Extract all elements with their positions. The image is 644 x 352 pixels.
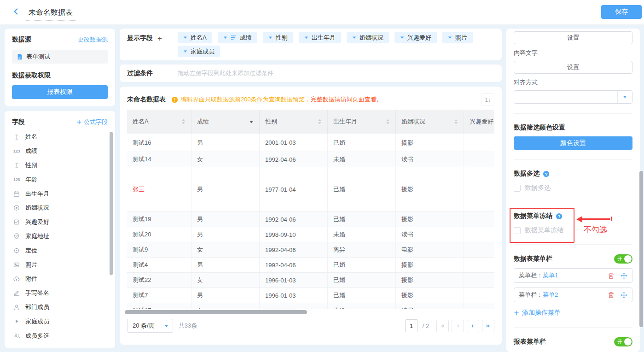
field-item[interactable]: 家庭地址: [12, 229, 108, 244]
menu-item[interactable]: 菜单栏：菜单2: [514, 287, 632, 302]
report-menu-toggle[interactable]: 开: [614, 337, 632, 346]
field-item[interactable]: 出生年月: [12, 187, 108, 201]
move-icon[interactable]: [621, 272, 627, 279]
cloud-icon: [12, 276, 21, 282]
settings-button-2[interactable]: 设置: [514, 61, 632, 74]
sort-desc-icon[interactable]: [249, 120, 254, 124]
add-formula-field-link[interactable]: 公式字段: [76, 118, 108, 126]
save-button[interactable]: 保存: [601, 5, 642, 19]
prev-page-button[interactable]: [452, 320, 464, 332]
table-menu-toggle[interactable]: 开: [614, 254, 632, 264]
menu-item[interactable]: 菜单栏：菜单1: [514, 268, 632, 283]
table-row[interactable]: 测试1989男1992-04-06已婚摄影: [127, 212, 494, 227]
target-icon: [12, 247, 21, 254]
add-action-menu-link[interactable]: 添加操作菜单: [514, 309, 561, 317]
display-field-chip[interactable]: 照片: [442, 32, 473, 43]
checkbox-unchecked[interactable]: [514, 185, 521, 192]
report-permission-button[interactable]: 报表权限: [12, 85, 108, 99]
page-scrollbar[interactable]: [639, 171, 643, 327]
column-header[interactable]: 出生年月: [328, 110, 396, 134]
menu-name-link[interactable]: 菜单2: [543, 291, 558, 299]
freeze-checkbox[interactable]: 数据菜单冻结: [514, 226, 632, 235]
datasource-item[interactable]: 表单测试: [12, 50, 108, 64]
column-header[interactable]: 婚姻状况: [396, 110, 464, 134]
menu-name-link[interactable]: 菜单1: [543, 271, 558, 280]
table-cell: 1992-04-06: [260, 152, 328, 167]
help-icon[interactable]: ?: [543, 170, 550, 177]
filter-dropzone[interactable]: 拖动左侧字段到此处来添加过滤条件: [178, 69, 273, 77]
column-label: 性别: [265, 117, 277, 126]
back-button[interactable]: [12, 7, 20, 18]
first-page-button[interactable]: [436, 320, 449, 332]
display-field-chip[interactable]: 姓名A: [178, 32, 212, 43]
table-row[interactable]: 测试1771女1996-01-03未婚读书: [127, 303, 494, 309]
main-panel: 显示字段 + 姓名A成绩性别出生年月婚姻状况兴趣爱好照片家庭成员 过滤条件 拖动…: [120, 29, 502, 345]
table-cell: 1998-09-10: [260, 227, 328, 242]
caret-down-icon: [304, 35, 308, 40]
page-number-input[interactable]: 1: [405, 319, 418, 332]
table-row[interactable]: 张三89男1977-01-04已婚摄影: [127, 167, 494, 212]
next-page-button[interactable]: [467, 320, 479, 332]
sort-both-icon[interactable]: [181, 118, 186, 125]
color-settings-button[interactable]: 颜色设置: [514, 136, 632, 150]
table-horizontal-scrollbar[interactable]: [127, 310, 494, 314]
help-icon[interactable]: ?: [556, 213, 563, 220]
trash-icon[interactable]: [608, 272, 615, 279]
trash-icon[interactable]: [608, 292, 615, 299]
display-field-chip[interactable]: 婚姻状况: [347, 32, 389, 43]
sort-both-icon[interactable]: [454, 118, 458, 125]
chip-label: 成绩: [240, 34, 252, 42]
table-row[interactable]: 测试987女1992-04-06离异电影: [127, 242, 494, 258]
field-item[interactable]: 附件: [12, 272, 108, 286]
table-row[interactable]: 测试485男1992-04-06已婚摄影: [127, 258, 494, 273]
display-field-chip[interactable]: 兴趣爱好: [395, 32, 437, 43]
caret-down-icon: [448, 35, 452, 40]
field-item[interactable]: 定位: [12, 243, 108, 258]
table-row[interactable]: 测试1497女1992-04-06未婚读书: [127, 152, 494, 167]
table-row[interactable]: 测试1697男2001-01-03已婚摄影: [127, 134, 494, 152]
table-row[interactable]: 测试2277女1996-01-03已婚摄影: [127, 273, 494, 288]
column-header[interactable]: 成绩: [191, 110, 260, 134]
table-row[interactable]: 测试2087男1998-09-10未婚读书: [127, 227, 494, 242]
settings-button-1[interactable]: 设置: [514, 31, 632, 44]
column-header[interactable]: 兴趣爱好: [464, 110, 494, 134]
add-display-field-button[interactable]: +: [157, 35, 162, 42]
page-size-select[interactable]: 20 条/页: [127, 319, 173, 333]
column-header[interactable]: 姓名A: [127, 110, 191, 134]
table-row[interactable]: 测试777男1996-01-03已婚摄影: [127, 288, 494, 303]
field-item[interactable]: 手写签名: [12, 286, 108, 300]
field-item[interactable]: 123成绩: [12, 144, 108, 158]
change-datasource-link[interactable]: 更改数据源: [78, 35, 108, 44]
field-item[interactable]: 家庭成员: [12, 314, 108, 329]
table-cell: 男: [191, 288, 260, 303]
pen-icon: [12, 290, 21, 296]
sort-order-button[interactable]: 1↓: [482, 93, 494, 106]
field-item[interactable]: 照片: [12, 258, 108, 272]
display-field-chip[interactable]: 成绩: [218, 32, 257, 43]
multi-select-checkbox[interactable]: 数据多选: [514, 184, 632, 192]
scrollbar-thumb[interactable]: [125, 310, 307, 314]
display-field-chip[interactable]: 出生年月: [299, 32, 341, 43]
move-icon[interactable]: [621, 292, 627, 299]
fields-scrollbar[interactable]: [110, 132, 113, 275]
chip-label: 照片: [455, 34, 467, 42]
field-item[interactable]: 部门成员: [12, 300, 108, 315]
field-item[interactable]: 兴趣爱好: [12, 215, 108, 229]
display-field-chip[interactable]: 家庭成员: [178, 46, 220, 57]
align-select[interactable]: [514, 90, 632, 104]
last-page-button[interactable]: [482, 320, 494, 332]
field-item[interactable]: 123年龄: [12, 172, 108, 187]
sort-both-icon[interactable]: [386, 118, 390, 125]
checkbox-unchecked[interactable]: [514, 227, 521, 234]
field-item[interactable]: 婚姻状况: [12, 201, 108, 215]
field-item[interactable]: 成员多选: [12, 329, 108, 343]
sort-both-icon[interactable]: [318, 118, 322, 125]
display-field-chip[interactable]: 性别: [263, 32, 293, 43]
page-title[interactable]: 未命名数据表: [26, 8, 75, 21]
table-cell: 电影: [396, 242, 464, 257]
page-count: / 2: [423, 323, 429, 329]
field-label: 兴趣爱好: [25, 218, 49, 226]
column-header[interactable]: 性别: [260, 110, 328, 134]
field-item[interactable]: 姓名: [12, 130, 108, 144]
field-item[interactable]: 性别: [12, 158, 108, 173]
